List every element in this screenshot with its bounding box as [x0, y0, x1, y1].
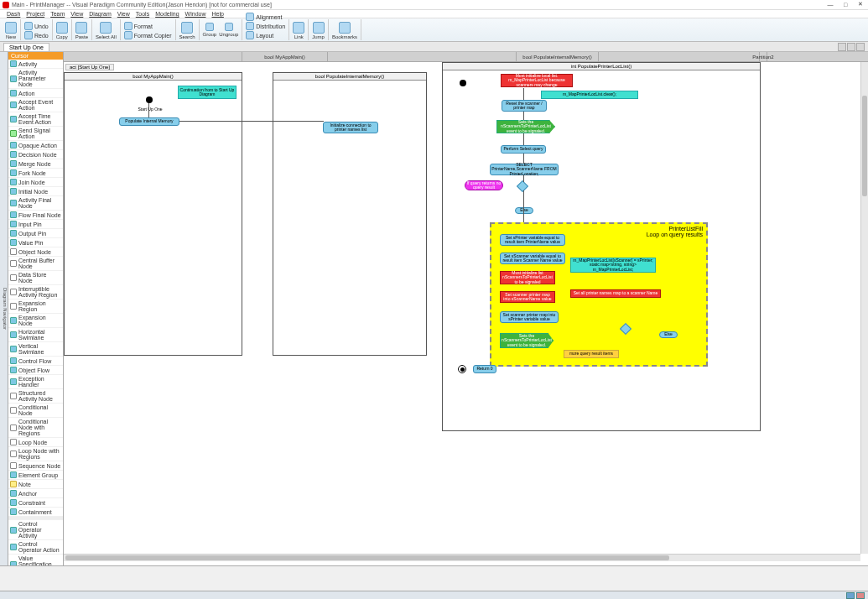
column-header[interactable] [328, 52, 517, 61]
guard-more-items[interactable]: more query result items [564, 350, 619, 358]
action-reset-map[interactable]: Reset the scanner / printer map [502, 100, 547, 112]
palette-item[interactable]: Interruptible Activity Region [8, 285, 63, 300]
initial-node[interactable] [146, 96, 153, 103]
scrollbar-thumb[interactable] [65, 555, 669, 560]
menu-help[interactable]: Help [210, 11, 225, 17]
palette-item[interactable]: Accept Event Action [8, 98, 63, 112]
palette-item[interactable]: Loop Node with Regions [8, 447, 63, 461]
tab-nav-icon[interactable] [838, 43, 846, 51]
menu-diagram[interactable]: Diagram [87, 11, 112, 17]
palette-item[interactable]: Structured Activity Node [8, 389, 63, 404]
frame-populateinternalmemory[interactable]: bool PopulateInternalMemory() Initialize… [273, 72, 427, 356]
palette-item[interactable]: Send Signal Action [8, 127, 63, 141]
menu-window[interactable]: Window [184, 11, 208, 17]
column-header[interactable] [599, 52, 760, 61]
distribution-button[interactable]: Distribution [246, 22, 285, 30]
status-icon[interactable] [846, 592, 855, 599]
palette-item[interactable]: Accept Time Event Action [8, 112, 63, 127]
palette-item[interactable]: Value Pin [8, 238, 63, 247]
palette-item[interactable]: Object Flow [8, 366, 63, 375]
palette-item[interactable]: Control Operator Activity [8, 520, 63, 540]
flow-final-node[interactable] [458, 365, 466, 373]
alignment-button[interactable]: Alignment [246, 13, 285, 21]
action-set-sscanner[interactable]: Set sScanner variable equal to result it… [500, 253, 565, 264]
note-must-init[interactable]: Must initialize list nScannersToPrinterL… [500, 271, 555, 284]
palette-item[interactable]: Initial Node [8, 187, 63, 196]
tab-list-icon[interactable] [847, 43, 855, 51]
action-populate-memory[interactable]: Populate Internal Memory [119, 117, 179, 126]
palette-item[interactable]: Loop Node [8, 438, 63, 447]
minimize-button[interactable]: — [823, 0, 838, 8]
breadcrumb[interactable]: act [Start Up One] [65, 64, 114, 70]
palette-item[interactable]: Activity [8, 60, 63, 69]
palette-item[interactable]: Action [8, 89, 63, 98]
palette-item[interactable]: Exception Handler [8, 375, 63, 389]
scrollbar-thumb[interactable] [862, 96, 867, 196]
menu-team[interactable]: Team [49, 11, 66, 17]
note-set-scanner-map[interactable]: Set scanner printer map into sScannerNam… [500, 291, 555, 303]
palette-item[interactable]: Conditional Node [8, 404, 63, 418]
menu-view[interactable]: View [69, 11, 85, 17]
diagram-canvas[interactable]: bool MyAppMain()bool PopulateInternalMem… [64, 52, 868, 565]
column-header[interactable]: bool PopulateInternalMemory() [517, 52, 599, 61]
search-button[interactable]: Search [179, 22, 195, 39]
frame-myappmain[interactable]: bool MyAppMain() Start Up One Continuati… [64, 72, 242, 356]
menu-dash[interactable]: Dash [5, 11, 22, 17]
action-select-query[interactable]: Perform Select query [501, 145, 546, 154]
horizontal-scrollbar[interactable] [64, 554, 860, 561]
column-header[interactable]: Partition2 [760, 52, 767, 61]
decision-node[interactable] [620, 323, 632, 335]
tab-close-icon[interactable] [856, 43, 865, 51]
palette-item[interactable]: Control Operator Action [8, 540, 63, 555]
new-button[interactable]: New [5, 22, 17, 39]
palette-item[interactable]: Input Pin [8, 220, 63, 229]
palette-item[interactable]: Expansion Region [8, 300, 63, 314]
palette-item[interactable]: Control Flow [8, 357, 63, 366]
guard-no-result[interactable]: If query returns no query result [465, 180, 503, 190]
palette-item[interactable]: Opaque Action [8, 141, 63, 150]
palette-item[interactable]: Conditional Node with Regions [8, 418, 63, 438]
link-button[interactable]: Link [293, 22, 304, 39]
code-map-assign[interactable]: m_MapPrinterLocList[sScanner] = sPrinter… [570, 258, 656, 273]
palette-item[interactable]: Vertical Swimlane [8, 342, 63, 357]
copy-button[interactable]: Copy [56, 22, 68, 39]
code-clear[interactable]: m_MapPrinterLocList.clear(); [541, 91, 638, 99]
action-set-sprinter[interactable]: Set sPrinter variable equal to result it… [500, 234, 565, 246]
palette-item[interactable]: Merge Node [8, 159, 63, 169]
note-init-local[interactable]: Must initialize local list. m_MapPrinter… [501, 74, 573, 87]
redo-button[interactable]: Redo [24, 31, 49, 39]
note-all-printer-names[interactable]: Set all printer names map to a scanner N… [570, 289, 661, 298]
menu-project[interactable]: Project [24, 11, 46, 17]
palette-item[interactable]: Note [8, 480, 63, 489]
palette-item[interactable]: Data Store Node [8, 271, 63, 285]
action-sql[interactable]: SELECT PrinterName,ScannerName FROM Prin… [490, 164, 559, 175]
palette-item[interactable]: Central Buffer Node [8, 257, 63, 271]
action-set-scanner-var[interactable]: Set scanner printer map into sPrinter va… [500, 311, 559, 323]
bookmarks-button[interactable]: Bookmarks [332, 22, 357, 39]
action-return[interactable]: Return 0 [473, 365, 496, 373]
palette-item[interactable]: Activity Final Node [8, 196, 63, 211]
loop-node[interactable]: PrinterListFillLoop on query results Set… [490, 222, 708, 367]
note-continuation[interactable]: Continuation from to Start Up Diagram [178, 86, 236, 99]
column-header[interactable]: bool MyAppMain() [242, 52, 328, 61]
ungroup-button[interactable]: Ungroup [219, 23, 238, 37]
menu-view[interactable]: View [116, 11, 132, 17]
paste-button[interactable]: Paste [75, 22, 88, 39]
maximize-button[interactable]: □ [838, 0, 853, 8]
close-button[interactable]: ✕ [853, 0, 868, 8]
column-header[interactable] [64, 52, 242, 61]
palette-item[interactable]: Constraint [8, 498, 63, 508]
layout-button[interactable]: Layout [246, 31, 285, 39]
palette-item[interactable]: Sequence Node [8, 461, 63, 471]
initial-node[interactable] [460, 80, 466, 86]
document-tab[interactable]: Start Up One [3, 43, 49, 51]
palette-item[interactable]: Flow Final Node [8, 211, 63, 220]
menu-modeling[interactable]: Modeling [153, 11, 180, 17]
format-copier-button[interactable]: Format Copier [124, 31, 172, 39]
menu-tools[interactable]: Tools [134, 11, 151, 17]
palette-item[interactable]: Object Node [8, 247, 63, 257]
palette-item[interactable]: Containment [8, 508, 63, 517]
signal-set-event-loop[interactable]: Sets the nScannersToPrinterLocList event… [500, 333, 554, 348]
status-icon[interactable] [856, 592, 865, 599]
diagram-navigator-tab[interactable]: Diagram Navigator [0, 52, 8, 565]
